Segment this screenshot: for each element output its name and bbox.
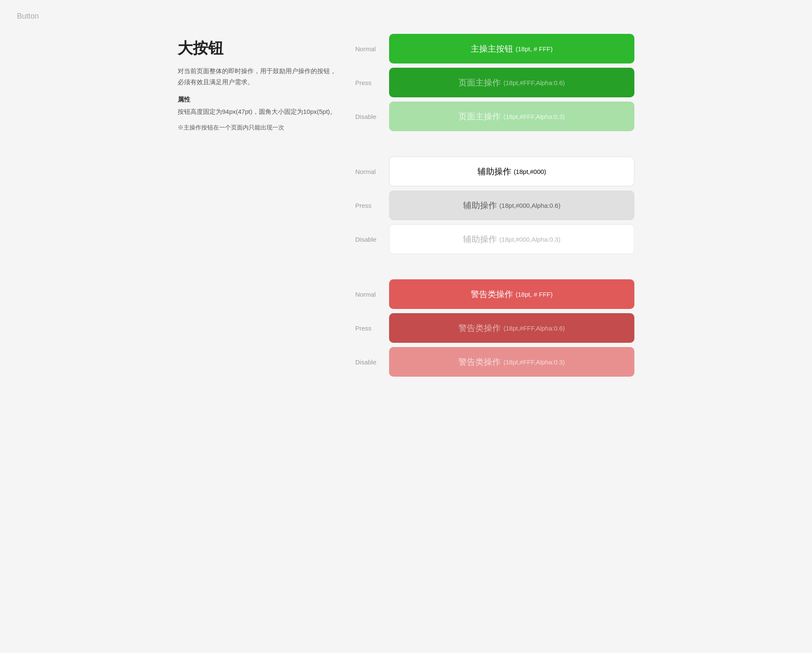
page-title: Button (17, 12, 39, 21)
state-label-warning-1: Press (355, 325, 389, 332)
btn-label-primary-0: 主操主按钮 (471, 43, 513, 55)
btn-label-warning-1: 警告类操作 (458, 322, 501, 334)
btn-sublabel-primary-0: (18pt, # FFF) (516, 45, 553, 52)
button-group-primary: Normal主操主按钮(18pt, # FFF)Press页面主操作(18pt,… (355, 34, 634, 135)
btn-label-primary-1: 页面主操作 (458, 77, 501, 88)
left-panel: 大按钮 对当前页面整体的即时操作，用于鼓励用户操作的按钮，必须有效且满足用户需求… (178, 34, 355, 402)
state-label-warning-2: Disable (355, 358, 389, 366)
button-row-secondary-2: Disable辅助操作(18pt,#000,Alpha:0.3) (355, 224, 634, 254)
btn-sublabel-primary-1: (18pt,#FFF,Alpha:0.6) (503, 79, 565, 86)
btn-primary-press[interactable]: 页面主操作(18pt,#FFF,Alpha:0.6) (389, 68, 634, 97)
btn-label-warning-0: 警告类操作 (471, 289, 513, 300)
button-row-primary-0: Normal主操主按钮(18pt, # FFF) (355, 34, 634, 63)
button-row-secondary-1: Press辅助操作(18pt,#000,Alpha:0.6) (355, 190, 634, 220)
state-label-primary-2: Disable (355, 113, 389, 120)
button-group-warning: Normal警告类操作(18pt, # FFF)Press警告类操作(18pt,… (355, 279, 634, 381)
state-label-primary-1: Press (355, 79, 389, 86)
button-group-secondary: Normal辅助操作(18pt,#000)Press辅助操作(18pt,#000… (355, 157, 634, 258)
btn-warning-normal[interactable]: 警告类操作(18pt, # FFF) (389, 279, 634, 309)
btn-primary-normal[interactable]: 主操主按钮(18pt, # FFF) (389, 34, 634, 63)
state-label-primary-0: Normal (355, 45, 389, 52)
description: 对当前页面整体的即时操作，用于鼓励用户操作的按钮，必须有效且满足用户需求。 (178, 66, 338, 87)
button-row-warning-0: Normal警告类操作(18pt, # FFF) (355, 279, 634, 309)
button-row-secondary-0: Normal辅助操作(18pt,#000) (355, 157, 634, 186)
btn-sublabel-secondary-0: (18pt,#000) (514, 168, 546, 175)
attr-title: 属性 (178, 96, 338, 104)
attr-desc: 按钮高度固定为94px(47pt)，圆角大小固定为10px(5pt)。 (178, 106, 338, 117)
state-label-secondary-2: Disable (355, 236, 389, 243)
btn-sublabel-secondary-2: (18pt,#000,Alpha:0.3) (499, 236, 560, 243)
btn-sublabel-warning-1: (18pt,#FFF,Alpha:0.6) (503, 325, 565, 332)
btn-label-primary-2: 页面主操作 (458, 111, 501, 122)
btn-warning-press[interactable]: 警告类操作(18pt,#FFF,Alpha:0.6) (389, 313, 634, 343)
section-title: 大按钮 (178, 38, 338, 59)
button-row-warning-1: Press警告类操作(18pt,#FFF,Alpha:0.6) (355, 313, 634, 343)
btn-warning-disable: 警告类操作(18pt,#FFF,Alpha:0.3) (389, 347, 634, 377)
btn-sublabel-warning-2: (18pt,#FFF,Alpha:0.3) (503, 358, 565, 366)
state-label-secondary-0: Normal (355, 168, 389, 175)
btn-label-warning-2: 警告类操作 (458, 356, 501, 368)
button-row-primary-2: Disable页面主操作(18pt,#FFF,Alpha:0.3) (355, 102, 634, 131)
btn-sublabel-warning-0: (18pt, # FFF) (516, 291, 553, 298)
button-row-warning-2: Disable警告类操作(18pt,#FFF,Alpha:0.3) (355, 347, 634, 377)
btn-sublabel-primary-2: (18pt,#FFF,Alpha:0.3) (503, 113, 565, 120)
right-panel: Normal主操主按钮(18pt, # FFF)Press页面主操作(18pt,… (355, 34, 634, 402)
btn-label-secondary-1: 辅助操作 (463, 200, 497, 211)
btn-secondary-normal[interactable]: 辅助操作(18pt,#000) (389, 157, 634, 186)
note: ※主操作按钮在一个页面内只能出现一次 (178, 124, 338, 132)
btn-primary-disable: 页面主操作(18pt,#FFF,Alpha:0.3) (389, 102, 634, 131)
btn-secondary-press[interactable]: 辅助操作(18pt,#000,Alpha:0.6) (389, 190, 634, 220)
btn-label-secondary-2: 辅助操作 (463, 234, 497, 245)
btn-label-secondary-0: 辅助操作 (477, 166, 511, 177)
state-label-warning-0: Normal (355, 291, 389, 298)
btn-secondary-disable: 辅助操作(18pt,#000,Alpha:0.3) (389, 224, 634, 254)
state-label-secondary-1: Press (355, 202, 389, 209)
btn-sublabel-secondary-1: (18pt,#000,Alpha:0.6) (499, 202, 560, 209)
button-row-primary-1: Press页面主操作(18pt,#FFF,Alpha:0.6) (355, 68, 634, 97)
